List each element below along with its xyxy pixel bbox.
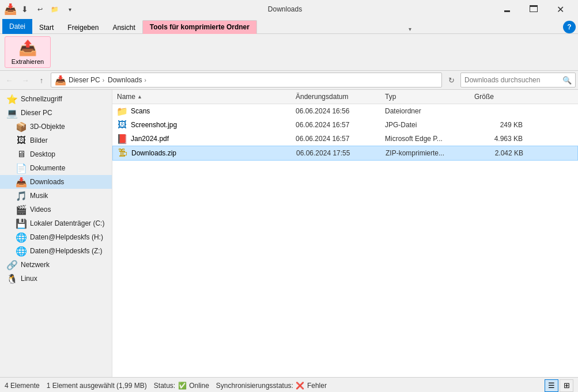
view-toggle: ☰ ⊞ [545, 379, 573, 392]
search-box[interactable]: 🔍 [460, 73, 576, 87]
table-row[interactable]: 📕Jan2024.pdf06.06.2024 16:57Microsoft Ed… [112, 132, 578, 146]
help-button[interactable]: ? [563, 21, 576, 33]
address-bar[interactable]: 📥 Dieser PC › Downloads › [51, 73, 442, 87]
musik-icon: 🎵 [16, 191, 27, 201]
file-list-header: Name ▲ Änderungsdatum Typ Größe [112, 90, 578, 104]
file-size [470, 109, 527, 113]
view-details-button[interactable]: ☰ [545, 379, 558, 392]
view-large-icons-button[interactable]: ⊞ [560, 379, 573, 392]
minimize-button[interactable]: 🗕 [494, 0, 520, 18]
bilder-label: Bilder [30, 136, 48, 144]
tab-tools-komprimiert[interactable]: Tools für komprimierte Ordner [142, 20, 257, 34]
quick-access-dropdown[interactable]: ▾ [63, 3, 76, 16]
file-icon: 🖼 [117, 120, 127, 130]
sidebar-item-schnellzugriff[interactable]: ⭐Schnellzugriff [0, 92, 112, 106]
ribbon-tabs: Datei Start Freigeben Ansicht Tools für … [0, 18, 578, 34]
desktop-label: Desktop [30, 150, 55, 158]
file-size: 2.042 KB [470, 147, 528, 159]
back-button[interactable]: ← [2, 73, 16, 87]
title-bar: 📥 ⬇ ↩ 📁 ▾ Downloads 🗕 🗖 ✕ [0, 0, 578, 18]
desktop-icon: 🖥 [16, 149, 27, 159]
file-type: Dateiordner [380, 105, 470, 117]
file-date: 06.06.2024 17:55 [292, 147, 381, 159]
table-row[interactable]: 🗜Downloads.zip06.06.2024 17:55ZIP-kompri… [112, 146, 578, 161]
addr-arrow-0[interactable]: › [101, 77, 105, 83]
addr-arrow-1[interactable]: › [143, 77, 147, 83]
sidebar-item-desktop[interactable]: 🖥Desktop [0, 147, 112, 161]
file-name: Jan2024.pdf [131, 135, 169, 143]
col-header-size[interactable]: Größe [470, 91, 527, 102]
file-date: 06.06.2024 16:56 [291, 105, 380, 117]
sidebar-item-bilder[interactable]: 🖼Bilder [0, 134, 112, 147]
linux-label: Linux [21, 275, 37, 283]
window-title: Downloads [76, 5, 494, 13]
close-button[interactable]: ✕ [547, 0, 573, 18]
file-rows-container: 📁Scans06.06.2024 16:56Dateiordner🖼Screen… [112, 104, 578, 161]
col-header-name[interactable]: Name ▲ [112, 91, 291, 102]
maximize-button[interactable]: 🗖 [520, 0, 547, 18]
sidebar-item-dieser-pc[interactable]: 💻Dieser PC [0, 106, 112, 120]
sidebar-item-dokumente[interactable]: 📄Dokumente [0, 161, 112, 175]
selected-count: 1 Element ausgewählt (1,99 MB) [47, 382, 147, 390]
addr-segment-dieser-pc[interactable]: Dieser PC › [69, 76, 105, 84]
up-button[interactable]: ↑ [35, 73, 48, 87]
sidebar-item-downloads[interactable]: 📥Downloads [0, 175, 112, 189]
sidebar-item-daten-h[interactable]: 🌐Daten@Helpdeskfs (H:) [0, 230, 112, 244]
table-row[interactable]: 📁Scans06.06.2024 16:56Dateiordner [112, 104, 578, 118]
refresh-button[interactable]: ↻ [444, 73, 458, 87]
status-bar: 4 Elemente 1 Element ausgewählt (1,99 MB… [0, 377, 578, 392]
file-icon: 📁 [117, 106, 127, 116]
sort-icon-name: ▲ [137, 94, 142, 100]
sidebar: ⭐Schnellzugriff💻Dieser PC📦3D-Objekte🖼Bil… [0, 90, 112, 377]
tab-ansicht[interactable]: Ansicht [105, 21, 142, 34]
quick-save-button[interactable]: ⬇ [18, 3, 31, 16]
sidebar-item-videos[interactable]: 🎬Videos [0, 203, 112, 216]
table-row[interactable]: 🖼Screenshot.jpg06.06.2024 16:57JPG-Datei… [112, 118, 578, 132]
dokumente-label: Dokumente [30, 164, 65, 172]
daten-z-icon: 🌐 [16, 246, 27, 256]
addr-segment-downloads[interactable]: Downloads › [108, 76, 148, 84]
col-header-date[interactable]: Änderungsdatum [291, 91, 380, 102]
dokumente-icon: 📄 [16, 163, 27, 173]
col-header-type[interactable]: Typ [380, 91, 470, 102]
schnellzugriff-label: Schnellzugriff [21, 95, 62, 103]
dieser-pc-icon: 💻 [7, 108, 17, 118]
sidebar-item-musik[interactable]: 🎵Musik [0, 189, 112, 203]
folder-new-button[interactable]: 📁 [48, 3, 61, 16]
videos-label: Videos [30, 205, 51, 214]
online-icon: ✅ [177, 381, 187, 390]
sidebar-item-3d-objekte[interactable]: 📦3D-Objekte [0, 120, 112, 134]
tab-start[interactable]: Start [32, 21, 61, 34]
file-type: Microsoft Edge P... [380, 133, 470, 144]
schnellzugriff-icon: ⭐ [7, 94, 17, 104]
sidebar-item-netzwerk[interactable]: 🔗Netzwerk [0, 258, 112, 272]
linux-icon: 🐧 [7, 273, 17, 284]
file-date: 06.06.2024 16:57 [291, 119, 380, 131]
extrahieren-label: Extrahieren [12, 58, 44, 65]
musik-label: Musik [30, 192, 48, 200]
file-count: 4 Elemente [5, 382, 40, 390]
ribbon-expand-button[interactable]: ▾ [406, 25, 414, 33]
file-name-cell: 🗜Downloads.zip [113, 146, 292, 160]
lokaler-c-label: Lokaler Datenträger (C:) [30, 219, 104, 227]
sidebar-item-daten-z[interactable]: 🌐Daten@Helpdeskfs (Z:) [0, 244, 112, 258]
netzwerk-icon: 🔗 [7, 260, 17, 270]
tab-datei[interactable]: Datei [2, 19, 32, 34]
extrahieren-button[interactable]: 📤 Extrahieren [5, 36, 51, 68]
file-icon: 📕 [117, 134, 127, 144]
search-input[interactable] [464, 76, 560, 84]
online-status: Status: ✅ Online [154, 381, 209, 390]
undo-button[interactable]: ↩ [33, 3, 46, 16]
forward-button[interactable]: → [18, 73, 32, 87]
lokaler-c-icon: 💾 [16, 218, 27, 229]
daten-z-label: Daten@Helpdeskfs (Z:) [30, 247, 103, 255]
videos-icon: 🎬 [16, 204, 27, 215]
dieser-pc-label: Dieser PC [21, 109, 52, 117]
sidebar-item-lokaler-c[interactable]: 💾Lokaler Datenträger (C:) [0, 216, 112, 230]
netzwerk-label: Netzwerk [21, 261, 50, 269]
tab-freigeben[interactable]: Freigeben [61, 21, 105, 34]
extrahieren-icon: 📤 [18, 39, 37, 57]
file-date: 06.06.2024 16:57 [291, 133, 380, 144]
window-controls: 🗕 🗖 ✕ [494, 0, 573, 18]
sidebar-item-linux[interactable]: 🐧Linux [0, 272, 112, 286]
